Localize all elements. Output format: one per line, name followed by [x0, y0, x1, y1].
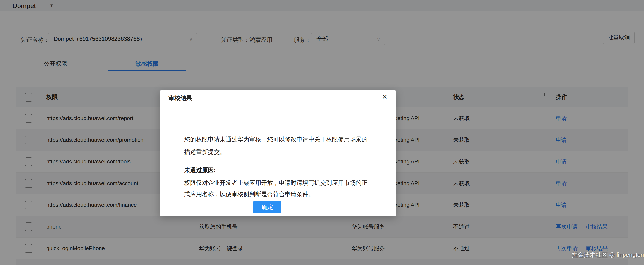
dialog-header: 审核结果 × [160, 90, 396, 106]
dialog-body: 您的权限申请未通过华为审核，您可以修改申请中关于权限使用场景的描述重新提交。 未… [160, 106, 396, 200]
watermark-text: 掘金技术社区 @ linpengteng [572, 251, 644, 259]
reason-text: 权限仅对企业开发者上架应用开放，申请时请填写提交到应用市场的正式应用名称，以便审… [184, 177, 372, 200]
close-icon[interactable]: × [382, 92, 388, 101]
dialog-title: 审核结果 [168, 94, 192, 102]
dialog-message: 您的权限申请未通过华为审核，您可以修改申请中关于权限使用场景的描述重新提交。 [184, 133, 372, 158]
confirm-button[interactable]: 确定 [253, 201, 282, 213]
page: Dompet ▼ 凭证名称： Dompet（691756310982363876… [0, 0, 644, 265]
dialog-footer: 确定 [160, 198, 396, 216]
reason-heading: 未通过原因: [184, 166, 372, 174]
review-result-dialog: 审核结果 × 您的权限申请未通过华为审核，您可以修改申请中关于权限使用场景的描述… [160, 90, 396, 216]
